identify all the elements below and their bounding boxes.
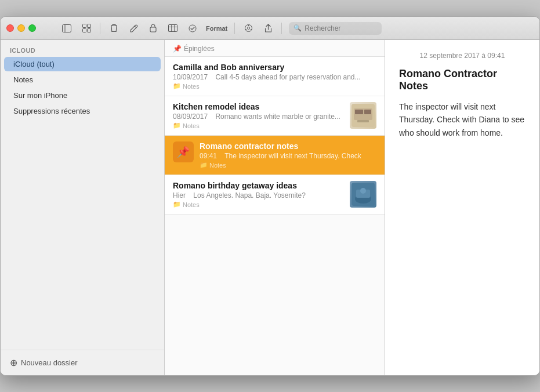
format-label: Format xyxy=(206,25,227,32)
svg-rect-19 xyxy=(355,110,363,114)
sidebar-item-label: iCloud (tout) xyxy=(13,60,55,68)
svg-point-15 xyxy=(251,29,252,30)
note-meta: 09:41 The inspector will visit next Thur… xyxy=(200,152,376,160)
folder-icon: 📁 xyxy=(173,122,181,129)
svg-rect-4 xyxy=(82,29,86,32)
folder-name: Notes xyxy=(183,83,200,90)
note-meta: 08/09/2017 Romano wants white marble or … xyxy=(173,112,344,121)
svg-rect-20 xyxy=(364,110,371,114)
sidebar-footer: ⊕ Nouveau dossier xyxy=(1,350,164,375)
sidebar-toggle-button[interactable] xyxy=(58,21,75,35)
note-detail: 12 septembre 2017 à 09:41 Romano Contrac… xyxy=(385,40,539,375)
svg-point-25 xyxy=(360,188,366,194)
svg-point-13 xyxy=(247,27,249,30)
svg-rect-0 xyxy=(63,24,71,32)
lock-button[interactable] xyxy=(144,21,162,35)
folder-name: Notes xyxy=(183,201,200,208)
note-detail-date: 12 septembre 2017 à 09:41 xyxy=(399,52,525,60)
pin-icon: 📌 xyxy=(173,141,194,162)
note-thumbnail-birthday xyxy=(350,181,376,208)
note-title: Romano birthday getaway ideas xyxy=(173,181,344,190)
notes-list-header: 📌 Épinglées xyxy=(165,40,385,57)
close-button[interactable] xyxy=(6,24,14,32)
note-meta: Hier Los Angeles. Napa. Baja. Yosemite? xyxy=(173,191,344,199)
note-item-inner: Romano birthday getaway ideas Hier Los A… xyxy=(173,181,376,208)
svg-rect-3 xyxy=(87,24,90,28)
toolbar: Format xyxy=(58,21,284,35)
share-ext-button[interactable] xyxy=(240,21,257,35)
maximize-button[interactable] xyxy=(28,24,36,32)
table-button[interactable] xyxy=(164,21,182,35)
folder-name: Notes xyxy=(183,122,200,129)
note-folder: 📁 Notes xyxy=(200,161,376,169)
note-detail-body: The inspector will visit next Thursday. … xyxy=(399,100,525,139)
pinned-header-label: Épinglées xyxy=(184,45,215,53)
search-input[interactable] xyxy=(305,24,377,32)
note-preview-inline: Call 4-5 days ahead for party reservatio… xyxy=(215,73,360,81)
note-detail-title: Romano Contractor Notes xyxy=(399,68,525,92)
share-button[interactable] xyxy=(259,21,277,35)
sidebar-item-icloud-all[interactable]: iCloud (tout) xyxy=(4,57,161,71)
note-item-kitchen[interactable]: Kitchen remodel ideas 08/09/2017 Romano … xyxy=(165,96,385,136)
note-folder: 📁 Notes xyxy=(173,122,344,129)
sidebar-item-suppressions[interactable]: Suppressions récentes xyxy=(4,104,161,118)
note-date: 10/09/2017 xyxy=(173,73,208,81)
sidebar-section-icloud: iCloud xyxy=(1,40,164,56)
svg-rect-21 xyxy=(357,120,369,122)
folder-icon: 📁 xyxy=(173,82,181,90)
delete-button[interactable] xyxy=(105,21,122,35)
checklist-button[interactable] xyxy=(184,21,201,35)
svg-rect-5 xyxy=(87,29,90,32)
note-item-inner: Camilla and Bob anniversary 10/09/2017 C… xyxy=(173,63,376,90)
svg-point-16 xyxy=(245,29,247,30)
search-icon: 🔍 xyxy=(293,24,302,32)
pinned-header-icon: 📌 xyxy=(173,45,182,53)
note-text-area: Romano contractor notes 09:41 The inspec… xyxy=(200,141,376,169)
main-content: iCloud iCloud (tout) Notes Sur mon iPhon… xyxy=(1,40,539,375)
note-thumbnail-kitchen xyxy=(350,102,376,129)
svg-rect-6 xyxy=(150,27,156,32)
compose-button[interactable] xyxy=(125,21,142,35)
folder-icon: 📁 xyxy=(200,161,208,169)
format-button[interactable]: Format xyxy=(204,21,230,35)
note-item-birthday[interactable]: Romano birthday getaway ideas Hier Los A… xyxy=(165,175,385,215)
sidebar-item-label: Notes xyxy=(13,75,33,84)
sidebar-item-notes[interactable]: Notes xyxy=(4,72,161,87)
folder-name: Notes xyxy=(209,162,226,169)
note-item-camilla[interactable]: Camilla and Bob anniversary 10/09/2017 C… xyxy=(165,57,385,96)
folder-icon: 📁 xyxy=(173,201,181,208)
note-date: 08/09/2017 xyxy=(173,112,208,121)
note-text-area: Kitchen remodel ideas 08/09/2017 Romano … xyxy=(173,102,344,129)
note-preview-inline: Los Angeles. Napa. Baja. Yosemite? xyxy=(193,191,305,199)
search-bar[interactable]: 🔍 xyxy=(289,22,382,35)
note-title: Romano contractor notes xyxy=(200,141,376,151)
main-window: Format 🔍 xyxy=(0,16,540,376)
notes-list: 📌 Épinglées Camilla and Bob anniversary … xyxy=(165,40,385,375)
svg-point-11 xyxy=(189,25,196,32)
note-title: Kitchen remodel ideas xyxy=(173,102,344,111)
note-date: 09:41 xyxy=(200,152,217,160)
note-item-inner: Kitchen remodel ideas 08/09/2017 Romano … xyxy=(173,102,376,129)
svg-rect-7 xyxy=(169,25,177,32)
new-folder-button[interactable]: ⊕ Nouveau dossier xyxy=(10,357,78,368)
minimize-button[interactable] xyxy=(17,24,25,32)
note-folder: 📁 Notes xyxy=(173,82,376,90)
new-folder-label: Nouveau dossier xyxy=(21,358,78,367)
sidebar: iCloud iCloud (tout) Notes Sur mon iPhon… xyxy=(1,40,165,375)
note-meta: 10/09/2017 Call 4-5 days ahead for party… xyxy=(173,73,376,81)
note-text-area: Romano birthday getaway ideas Hier Los A… xyxy=(173,181,344,208)
note-item-inner: 📌 Romano contractor notes 09:41 The insp… xyxy=(173,141,376,169)
note-text-area: Camilla and Bob anniversary 10/09/2017 C… xyxy=(173,63,376,90)
new-folder-plus-icon: ⊕ xyxy=(10,357,17,368)
sidebar-item-sur-mon-iphone[interactable]: Sur mon iPhone xyxy=(4,88,161,103)
traffic-lights xyxy=(6,24,36,32)
grid-view-button[interactable] xyxy=(78,21,95,35)
note-item-romano-contractor[interactable]: 📌 Romano contractor notes 09:41 The insp… xyxy=(165,136,385,175)
sidebar-item-label: Sur mon iPhone xyxy=(13,91,67,100)
titlebar: Format 🔍 xyxy=(1,17,539,40)
note-preview-inline: The inspector will visit next Thursday. … xyxy=(224,152,361,160)
note-date: Hier xyxy=(173,191,186,199)
svg-rect-2 xyxy=(82,24,86,28)
note-folder: 📁 Notes xyxy=(173,201,344,208)
svg-point-14 xyxy=(248,25,249,26)
